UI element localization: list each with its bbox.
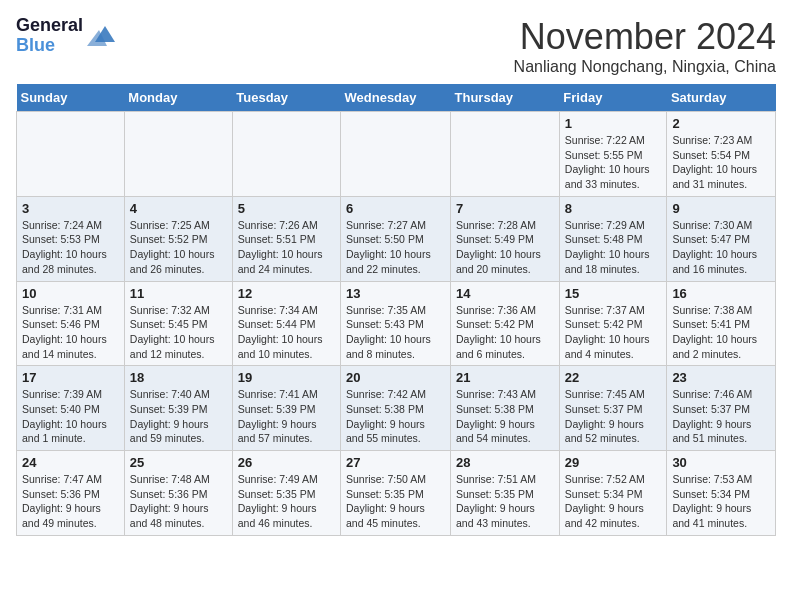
day-cell-29: 29Sunrise: 7:52 AM Sunset: 5:34 PM Dayli…: [559, 451, 667, 536]
week-row-4: 17Sunrise: 7:39 AM Sunset: 5:40 PM Dayli…: [17, 366, 776, 451]
day-cell-16: 16Sunrise: 7:38 AM Sunset: 5:41 PM Dayli…: [667, 281, 776, 366]
empty-cell: [17, 112, 125, 197]
header-saturday: Saturday: [667, 84, 776, 112]
day-info: Sunrise: 7:30 AM Sunset: 5:47 PM Dayligh…: [672, 218, 770, 277]
day-number: 3: [22, 201, 119, 216]
day-number: 22: [565, 370, 662, 385]
day-cell-5: 5Sunrise: 7:26 AM Sunset: 5:51 PM Daylig…: [232, 196, 340, 281]
day-cell-18: 18Sunrise: 7:40 AM Sunset: 5:39 PM Dayli…: [124, 366, 232, 451]
day-info: Sunrise: 7:22 AM Sunset: 5:55 PM Dayligh…: [565, 133, 662, 192]
day-cell-28: 28Sunrise: 7:51 AM Sunset: 5:35 PM Dayli…: [451, 451, 560, 536]
day-cell-23: 23Sunrise: 7:46 AM Sunset: 5:37 PM Dayli…: [667, 366, 776, 451]
logo-icon: [87, 22, 117, 50]
day-info: Sunrise: 7:28 AM Sunset: 5:49 PM Dayligh…: [456, 218, 554, 277]
day-number: 5: [238, 201, 335, 216]
day-number: 20: [346, 370, 445, 385]
title-section: November 2024 Nanliang Nongchang, Ningxi…: [514, 16, 776, 76]
logo-line1: General: [16, 16, 83, 36]
header-friday: Friday: [559, 84, 667, 112]
day-cell-1: 1Sunrise: 7:22 AM Sunset: 5:55 PM Daylig…: [559, 112, 667, 197]
day-number: 25: [130, 455, 227, 470]
day-number: 29: [565, 455, 662, 470]
day-number: 9: [672, 201, 770, 216]
logo-line2: Blue: [16, 36, 83, 56]
day-number: 7: [456, 201, 554, 216]
day-cell-14: 14Sunrise: 7:36 AM Sunset: 5:42 PM Dayli…: [451, 281, 560, 366]
day-number: 15: [565, 286, 662, 301]
day-cell-20: 20Sunrise: 7:42 AM Sunset: 5:38 PM Dayli…: [341, 366, 451, 451]
day-number: 26: [238, 455, 335, 470]
day-cell-27: 27Sunrise: 7:50 AM Sunset: 5:35 PM Dayli…: [341, 451, 451, 536]
day-info: Sunrise: 7:25 AM Sunset: 5:52 PM Dayligh…: [130, 218, 227, 277]
day-cell-4: 4Sunrise: 7:25 AM Sunset: 5:52 PM Daylig…: [124, 196, 232, 281]
day-number: 17: [22, 370, 119, 385]
day-info: Sunrise: 7:50 AM Sunset: 5:35 PM Dayligh…: [346, 472, 445, 531]
day-cell-7: 7Sunrise: 7:28 AM Sunset: 5:49 PM Daylig…: [451, 196, 560, 281]
day-info: Sunrise: 7:48 AM Sunset: 5:36 PM Dayligh…: [130, 472, 227, 531]
day-cell-10: 10Sunrise: 7:31 AM Sunset: 5:46 PM Dayli…: [17, 281, 125, 366]
day-info: Sunrise: 7:29 AM Sunset: 5:48 PM Dayligh…: [565, 218, 662, 277]
day-number: 18: [130, 370, 227, 385]
day-info: Sunrise: 7:49 AM Sunset: 5:35 PM Dayligh…: [238, 472, 335, 531]
day-number: 21: [456, 370, 554, 385]
day-info: Sunrise: 7:42 AM Sunset: 5:38 PM Dayligh…: [346, 387, 445, 446]
day-cell-8: 8Sunrise: 7:29 AM Sunset: 5:48 PM Daylig…: [559, 196, 667, 281]
day-number: 11: [130, 286, 227, 301]
day-info: Sunrise: 7:37 AM Sunset: 5:42 PM Dayligh…: [565, 303, 662, 362]
logo: General Blue: [16, 16, 117, 56]
day-info: Sunrise: 7:32 AM Sunset: 5:45 PM Dayligh…: [130, 303, 227, 362]
day-cell-17: 17Sunrise: 7:39 AM Sunset: 5:40 PM Dayli…: [17, 366, 125, 451]
day-info: Sunrise: 7:34 AM Sunset: 5:44 PM Dayligh…: [238, 303, 335, 362]
header-thursday: Thursday: [451, 84, 560, 112]
week-row-2: 3Sunrise: 7:24 AM Sunset: 5:53 PM Daylig…: [17, 196, 776, 281]
calendar-table: SundayMondayTuesdayWednesdayThursdayFrid…: [16, 84, 776, 536]
day-cell-19: 19Sunrise: 7:41 AM Sunset: 5:39 PM Dayli…: [232, 366, 340, 451]
week-row-1: 1Sunrise: 7:22 AM Sunset: 5:55 PM Daylig…: [17, 112, 776, 197]
day-number: 23: [672, 370, 770, 385]
week-row-5: 24Sunrise: 7:47 AM Sunset: 5:36 PM Dayli…: [17, 451, 776, 536]
day-info: Sunrise: 7:26 AM Sunset: 5:51 PM Dayligh…: [238, 218, 335, 277]
day-cell-15: 15Sunrise: 7:37 AM Sunset: 5:42 PM Dayli…: [559, 281, 667, 366]
day-number: 16: [672, 286, 770, 301]
day-info: Sunrise: 7:45 AM Sunset: 5:37 PM Dayligh…: [565, 387, 662, 446]
day-info: Sunrise: 7:46 AM Sunset: 5:37 PM Dayligh…: [672, 387, 770, 446]
day-info: Sunrise: 7:40 AM Sunset: 5:39 PM Dayligh…: [130, 387, 227, 446]
day-number: 10: [22, 286, 119, 301]
day-number: 4: [130, 201, 227, 216]
day-info: Sunrise: 7:27 AM Sunset: 5:50 PM Dayligh…: [346, 218, 445, 277]
day-info: Sunrise: 7:51 AM Sunset: 5:35 PM Dayligh…: [456, 472, 554, 531]
weekday-header-row: SundayMondayTuesdayWednesdayThursdayFrid…: [17, 84, 776, 112]
day-cell-9: 9Sunrise: 7:30 AM Sunset: 5:47 PM Daylig…: [667, 196, 776, 281]
day-number: 1: [565, 116, 662, 131]
empty-cell: [124, 112, 232, 197]
day-info: Sunrise: 7:43 AM Sunset: 5:38 PM Dayligh…: [456, 387, 554, 446]
day-number: 8: [565, 201, 662, 216]
empty-cell: [341, 112, 451, 197]
day-number: 14: [456, 286, 554, 301]
header-tuesday: Tuesday: [232, 84, 340, 112]
day-info: Sunrise: 7:24 AM Sunset: 5:53 PM Dayligh…: [22, 218, 119, 277]
day-number: 28: [456, 455, 554, 470]
day-cell-21: 21Sunrise: 7:43 AM Sunset: 5:38 PM Dayli…: [451, 366, 560, 451]
empty-cell: [232, 112, 340, 197]
header-wednesday: Wednesday: [341, 84, 451, 112]
day-info: Sunrise: 7:52 AM Sunset: 5:34 PM Dayligh…: [565, 472, 662, 531]
day-number: 30: [672, 455, 770, 470]
day-cell-26: 26Sunrise: 7:49 AM Sunset: 5:35 PM Dayli…: [232, 451, 340, 536]
day-cell-22: 22Sunrise: 7:45 AM Sunset: 5:37 PM Dayli…: [559, 366, 667, 451]
day-cell-6: 6Sunrise: 7:27 AM Sunset: 5:50 PM Daylig…: [341, 196, 451, 281]
day-cell-13: 13Sunrise: 7:35 AM Sunset: 5:43 PM Dayli…: [341, 281, 451, 366]
day-cell-12: 12Sunrise: 7:34 AM Sunset: 5:44 PM Dayli…: [232, 281, 340, 366]
day-info: Sunrise: 7:39 AM Sunset: 5:40 PM Dayligh…: [22, 387, 119, 446]
day-number: 19: [238, 370, 335, 385]
week-row-3: 10Sunrise: 7:31 AM Sunset: 5:46 PM Dayli…: [17, 281, 776, 366]
empty-cell: [451, 112, 560, 197]
day-cell-2: 2Sunrise: 7:23 AM Sunset: 5:54 PM Daylig…: [667, 112, 776, 197]
day-number: 13: [346, 286, 445, 301]
header: General Blue November 2024 Nanliang Nong…: [16, 16, 776, 76]
day-info: Sunrise: 7:31 AM Sunset: 5:46 PM Dayligh…: [22, 303, 119, 362]
location-title: Nanliang Nongchang, Ningxia, China: [514, 58, 776, 76]
day-info: Sunrise: 7:35 AM Sunset: 5:43 PM Dayligh…: [346, 303, 445, 362]
day-number: 12: [238, 286, 335, 301]
day-number: 6: [346, 201, 445, 216]
